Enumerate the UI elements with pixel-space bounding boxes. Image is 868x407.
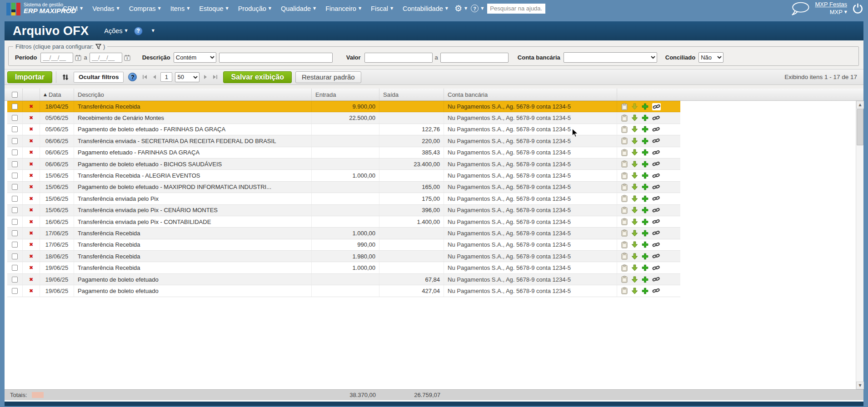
main-menu-item-vendas[interactable]: Vendas ▼ [92, 5, 120, 12]
add-plus-icon[interactable] [642, 207, 649, 213]
delete-row-icon[interactable]: ✖ [29, 219, 33, 225]
table-row[interactable]: ✖ 19/06/25 Pagamento de boleto efetuado … [7, 285, 680, 297]
table-row[interactable]: ✖ 15/06/25 Transferência Recebida - ALEG… [7, 170, 680, 181]
clipboard-icon[interactable] [621, 184, 628, 191]
main-menu-item-estoque[interactable]: Estoque ▼ [199, 5, 228, 12]
table-row[interactable]: ✖ 16/06/25 Transferência enviada pelo Pi… [7, 216, 680, 228]
download-arrow-icon[interactable] [631, 149, 638, 156]
filters-legend[interactable]: Filtros (clique para configurar: ) [13, 43, 107, 50]
add-plus-icon[interactable] [642, 161, 649, 168]
chevron-down-icon[interactable]: ▼ [464, 7, 467, 10]
calendar-icon[interactable]: 8 [124, 55, 130, 61]
download-arrow-icon[interactable] [631, 288, 638, 294]
reconcile-link-icon[interactable] [652, 253, 660, 259]
download-arrow-icon[interactable] [631, 276, 638, 283]
first-page-button[interactable] [141, 74, 148, 79]
row-checkbox[interactable] [12, 277, 18, 283]
delete-row-icon[interactable]: ✖ [29, 230, 33, 236]
main-menu-item-produção[interactable]: Produção ▼ [238, 5, 271, 12]
import-button[interactable]: Importar [7, 71, 52, 83]
row-checkbox[interactable] [12, 253, 18, 259]
filter-funnel-icon[interactable] [95, 44, 101, 50]
reconcile-link-icon[interactable] [652, 103, 661, 110]
description-value-input[interactable] [219, 53, 333, 63]
table-row[interactable]: ✖ 18/04/25 Transferência Recebida 9.900,… [7, 101, 680, 112]
delete-row-icon[interactable]: ✖ [29, 207, 33, 213]
clipboard-icon[interactable] [621, 126, 628, 133]
chevron-down-icon[interactable]: ▼ [152, 29, 155, 33]
table-row[interactable]: ✖ 15/06/25 Pagamento de boleto efetuado … [7, 182, 680, 193]
gear-icon[interactable]: ⚙ [454, 4, 462, 13]
period-from-input[interactable] [40, 53, 73, 63]
save-view-button[interactable]: Salvar exibição [223, 71, 292, 83]
add-plus-icon[interactable] [642, 241, 649, 248]
delete-row-icon[interactable]: ✖ [29, 104, 33, 109]
row-checkbox[interactable] [12, 173, 18, 179]
add-plus-icon[interactable] [642, 103, 649, 110]
clipboard-icon[interactable] [621, 103, 628, 110]
help-icon[interactable]: ? [128, 73, 137, 81]
help-icon[interactable]: ? [471, 5, 479, 12]
previous-page-button[interactable] [151, 74, 158, 79]
table-row[interactable]: ✖ 18/06/25 Transferência Recebida 1.980,… [7, 251, 680, 262]
download-arrow-icon[interactable] [631, 184, 638, 190]
reconcile-link-icon[interactable] [652, 195, 660, 202]
table-row[interactable]: ✖ 05/06/25 Recebimento de Cenário Montes… [7, 112, 680, 124]
help-menu[interactable]: ? ▼ [471, 5, 484, 12]
download-arrow-icon[interactable] [631, 218, 638, 225]
row-checkbox[interactable] [12, 138, 18, 144]
clipboard-icon[interactable] [621, 229, 628, 237]
row-checkbox[interactable] [12, 265, 18, 271]
clipboard-icon[interactable] [621, 207, 628, 214]
delete-row-icon[interactable]: ✖ [29, 126, 33, 132]
add-plus-icon[interactable] [642, 276, 649, 283]
download-arrow-icon[interactable] [631, 172, 638, 179]
clipboard-icon[interactable] [621, 137, 628, 144]
next-page-button[interactable] [202, 74, 209, 79]
download-arrow-icon[interactable] [631, 253, 638, 260]
account-user-menu[interactable]: MXP ▼ [830, 9, 847, 16]
hide-filters-button[interactable]: Ocultar filtros [74, 72, 124, 83]
add-plus-icon[interactable] [642, 230, 649, 237]
settings-menu[interactable]: ⚙ ▼ [454, 4, 467, 13]
reconcile-link-icon[interactable] [652, 173, 660, 179]
reconcile-link-icon[interactable] [652, 288, 660, 294]
column-header-conta[interactable]: Conta bancária [444, 89, 617, 100]
table-row[interactable]: ✖ 15/06/25 Transferência enviada pelo Pi… [7, 193, 680, 204]
page-number-box[interactable]: 1 [160, 72, 172, 82]
clipboard-icon[interactable] [621, 172, 628, 179]
download-arrow-icon[interactable] [631, 126, 638, 133]
actions-menu[interactable]: Ações ▼ [104, 27, 127, 35]
last-page-button[interactable] [212, 74, 219, 79]
delete-row-icon[interactable]: ✖ [29, 242, 33, 248]
reconcile-link-icon[interactable] [652, 265, 660, 271]
download-arrow-icon[interactable] [631, 264, 638, 271]
column-header-data[interactable]: ▲ Data [40, 89, 74, 100]
main-menu-item-compras[interactable]: Compras ▼ [129, 5, 161, 12]
add-plus-icon[interactable] [642, 126, 649, 133]
column-header-descricao[interactable]: Descrição [74, 89, 312, 100]
clipboard-icon[interactable] [621, 218, 628, 225]
add-plus-icon[interactable] [642, 149, 649, 156]
table-row[interactable]: ✖ 19/06/25 Transferência Recebida 1.000,… [7, 262, 680, 273]
reconcile-link-icon[interactable] [652, 161, 660, 167]
row-checkbox[interactable] [12, 149, 18, 155]
scroll-down-icon[interactable]: ▼ [856, 382, 864, 389]
add-plus-icon[interactable] [642, 218, 649, 225]
value-to-input[interactable] [440, 53, 509, 63]
reconcile-link-icon[interactable] [652, 207, 660, 213]
page-size-select[interactable]: 50 [175, 72, 200, 82]
delete-row-icon[interactable]: ✖ [29, 196, 33, 202]
clipboard-icon[interactable] [621, 149, 628, 156]
restore-default-button[interactable]: Restaurar padrão [295, 71, 361, 83]
download-arrow-icon[interactable] [631, 241, 638, 248]
download-arrow-icon[interactable] [631, 207, 638, 213]
row-checkbox[interactable] [12, 230, 18, 236]
clipboard-icon[interactable] [621, 276, 628, 283]
column-header-saida[interactable]: Saída [379, 89, 444, 100]
row-checkbox[interactable] [12, 115, 18, 121]
add-plus-icon[interactable] [642, 184, 649, 190]
add-plus-icon[interactable] [642, 195, 649, 202]
bank-account-select[interactable] [564, 52, 657, 63]
reconcile-link-icon[interactable] [652, 149, 660, 156]
